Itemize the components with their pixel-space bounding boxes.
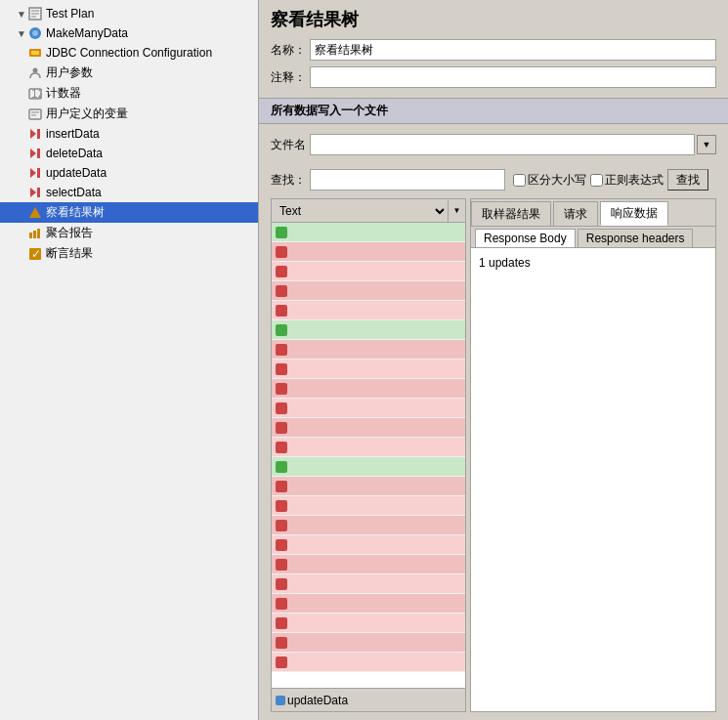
result-row[interactable]	[272, 320, 465, 340]
result-row[interactable]	[272, 535, 465, 555]
result-indicator	[276, 520, 287, 531]
result-indicator	[276, 442, 287, 453]
results-list	[272, 223, 465, 688]
testplan-icon	[27, 6, 43, 21]
result-indicator	[276, 461, 287, 473]
result-row[interactable]	[272, 281, 465, 301]
search-button[interactable]: 查找	[667, 169, 708, 191]
result-indicator	[276, 559, 287, 571]
svg-rect-11	[29, 109, 41, 119]
svg-rect-15	[37, 148, 40, 158]
regex-label: 正则表达式	[605, 172, 664, 189]
result-row[interactable]	[272, 516, 465, 535]
result-row[interactable]	[272, 360, 465, 379]
name-section: 名称： 注释：	[259, 35, 728, 98]
toggle-makeMany[interactable]: ▼	[16, 28, 27, 39]
bottom-label: updateData	[287, 694, 348, 707]
tab-sampler-result[interactable]: 取样器结果	[471, 201, 551, 226]
name-input[interactable]	[310, 39, 716, 61]
sidebar-item-user-vars[interactable]: 用户定义的变量	[0, 104, 258, 124]
sidebar-label-view-results: 察看结果树	[46, 204, 105, 221]
result-row[interactable]	[272, 477, 465, 496]
sidebar-label-user-vars: 用户定义的变量	[46, 106, 128, 122]
sidebar-item-aggregate[interactable]: 聚合报告	[0, 223, 258, 243]
result-row[interactable]	[272, 262, 465, 281]
sidebar-item-make-many-data[interactable]: ▼ MakeManyData	[0, 23, 258, 43]
svg-rect-14	[37, 129, 40, 139]
result-indicator	[276, 598, 287, 610]
result-indicator	[276, 266, 287, 277]
file-label: 文件名	[271, 137, 306, 153]
sidebar-item-assert-results[interactable]: ✓ 断言结果	[0, 243, 258, 264]
dropdown-arrow[interactable]: ▼	[448, 200, 465, 222]
result-row[interactable]	[272, 633, 465, 653]
tabs-row: 取样器结果 请求 响应数据	[471, 199, 715, 227]
result-row[interactable]	[272, 496, 465, 516]
result-row[interactable]	[272, 614, 465, 633]
result-row[interactable]	[272, 301, 465, 320]
result-row[interactable]	[272, 223, 465, 242]
sidebar-label-counter: 计数器	[46, 85, 81, 102]
sidebar-item-test-plan[interactable]: ▼ Test Plan	[0, 4, 258, 23]
results-area: Text ▼	[259, 198, 728, 720]
result-row[interactable]	[272, 340, 465, 360]
sidebar-item-update-data[interactable]: updateData	[0, 163, 258, 183]
result-row[interactable]	[272, 438, 465, 457]
search-input[interactable]	[310, 169, 505, 191]
regex-option[interactable]: 正则表达式	[590, 172, 664, 189]
search-options: 区分大小写 正则表达式 查找	[513, 169, 708, 191]
user-vars-icon	[27, 106, 43, 122]
sidebar-item-insert-data[interactable]: insertData	[0, 124, 258, 144]
result-row[interactable]	[272, 555, 465, 574]
sidebar-label-aggregate: 聚合报告	[46, 225, 93, 241]
sidebar-item-select-data[interactable]: selectData	[0, 183, 258, 202]
response-text: 1 updates	[479, 256, 531, 270]
regex-checkbox[interactable]	[590, 174, 603, 187]
result-row[interactable]	[272, 418, 465, 438]
result-row[interactable]	[272, 574, 465, 594]
result-indicator	[276, 344, 287, 356]
result-indicator	[276, 422, 287, 434]
comment-input[interactable]	[310, 66, 716, 88]
bottom-indicator	[276, 696, 285, 705]
sidebar-label-jdbc: JDBC Connection Configuration	[46, 46, 212, 60]
result-row[interactable]	[272, 457, 465, 477]
results-list-panel: Text ▼	[271, 198, 466, 712]
result-indicator	[276, 617, 287, 629]
thread-icon	[27, 25, 43, 41]
file-row: 文件名 ▼	[259, 130, 728, 159]
delete-icon	[27, 146, 43, 161]
sub-tab-response-headers[interactable]: Response headers	[578, 229, 694, 247]
tab-response-data[interactable]: 响应数据	[600, 201, 668, 226]
format-dropdown[interactable]: Text	[272, 200, 448, 222]
sub-tab-response-body[interactable]: Response Body	[475, 229, 576, 247]
tab-request[interactable]: 请求	[553, 201, 598, 226]
response-content: 1 updates	[471, 248, 715, 711]
sidebar-label-user-params: 用户参数	[46, 64, 93, 81]
sidebar-item-jdbc[interactable]: JDBC Connection Configuration	[0, 43, 258, 63]
sidebar-item-user-params[interactable]: 用户参数	[0, 63, 258, 83]
all-data-section-header: 所有数据写入一个文件	[259, 98, 728, 124]
right-panel: 察看结果树 名称： 注释： 所有数据写入一个文件 文件名 ▼ 查找：	[259, 0, 728, 720]
result-indicator	[276, 363, 287, 375]
case-sensitive-option[interactable]: 区分大小写	[513, 172, 586, 189]
file-input[interactable]	[310, 134, 695, 155]
svg-rect-17	[37, 188, 40, 197]
page-title: 察看结果树	[259, 0, 728, 35]
name-row: 名称：	[271, 39, 716, 61]
case-sensitive-checkbox[interactable]	[513, 174, 526, 187]
comment-label: 注释：	[271, 69, 310, 86]
result-row[interactable]	[272, 653, 465, 672]
sidebar-item-delete-data[interactable]: deleteData	[0, 144, 258, 163]
toggle-testplan[interactable]: ▼	[16, 9, 27, 20]
result-row[interactable]	[272, 242, 465, 262]
file-browse-button[interactable]: ▼	[697, 135, 716, 154]
result-row[interactable]	[272, 594, 465, 614]
dropdown-header: Text ▼	[272, 199, 465, 223]
sidebar-label-select: selectData	[46, 186, 102, 199]
result-row[interactable]	[272, 379, 465, 399]
sidebar-item-view-results[interactable]: 察看结果树	[0, 202, 258, 223]
svg-rect-18	[29, 233, 32, 238]
result-row[interactable]	[272, 399, 465, 418]
sidebar-item-counter[interactable]: 123 计数器	[0, 83, 258, 104]
